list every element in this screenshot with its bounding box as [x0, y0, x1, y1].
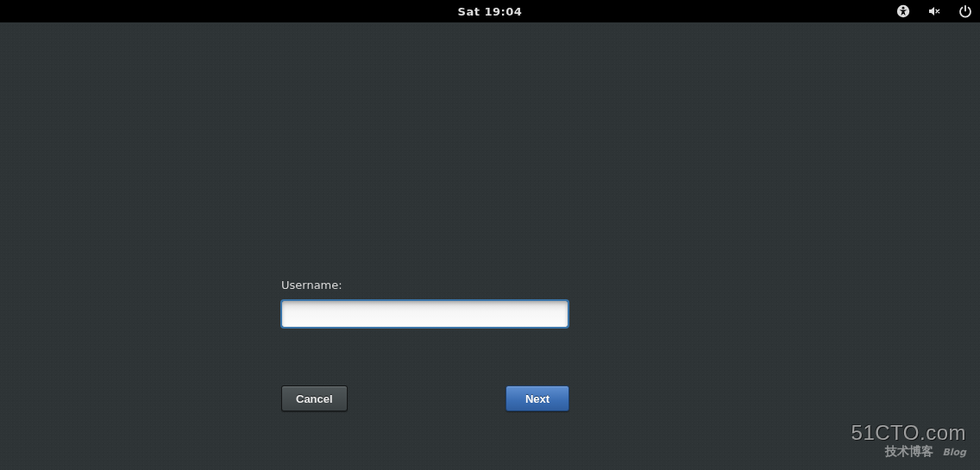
watermark-domain: 51CTO.com	[851, 422, 966, 444]
username-label: Username:	[281, 279, 575, 291]
volume-muted-icon[interactable]	[927, 3, 942, 19]
login-form: Username:	[281, 279, 575, 328]
watermark-subtitle: 技术博客	[885, 445, 933, 458]
system-tray	[895, 0, 973, 22]
top-bar: Sat 19:04	[0, 0, 980, 22]
next-button[interactable]: Next	[506, 385, 569, 411]
watermark-tag: Blog	[942, 448, 966, 458]
svg-point-1	[902, 7, 905, 9]
username-input[interactable]	[281, 300, 569, 328]
cancel-button[interactable]: Cancel	[281, 385, 348, 411]
accessibility-icon[interactable]	[895, 3, 911, 19]
watermark: 51CTO.com 技术博客 Blog	[851, 422, 966, 458]
clock-label: Sat 19:04	[458, 5, 523, 18]
power-icon[interactable]	[958, 3, 973, 19]
button-row: Cancel Next	[281, 385, 569, 411]
